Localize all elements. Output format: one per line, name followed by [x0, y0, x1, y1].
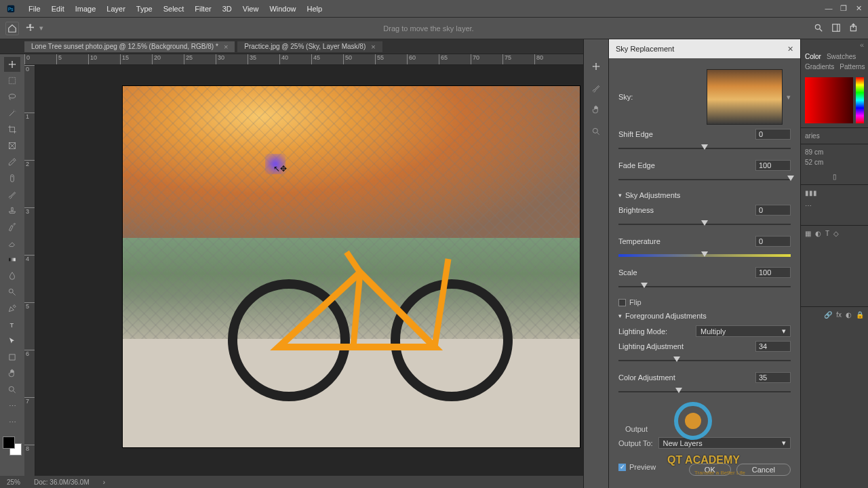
scale-input[interactable] — [755, 267, 791, 278]
more-icon[interactable]: ⋯ — [805, 202, 864, 209]
zoom-level[interactable]: 25% — [7, 479, 20, 486]
ruler-vertical[interactable]: 012345678 — [24, 65, 35, 476]
foreground-adjustments-section[interactable]: ▾Foreground Adjustments — [618, 312, 791, 320]
close-icon[interactable]: ✕ — [787, 45, 793, 54]
frame-tool[interactable] — [4, 138, 20, 153]
histogram-icon[interactable]: ▮▮▮ — [805, 189, 817, 197]
type-tool[interactable]: T — [4, 317, 20, 332]
ok-button[interactable]: OK — [689, 464, 731, 476]
sky-hand-tool-icon[interactable] — [589, 103, 603, 117]
color-swatches[interactable] — [3, 436, 22, 455]
search-icon[interactable] — [814, 23, 823, 34]
sky-preset-thumbnail[interactable] — [707, 69, 783, 125]
lighting-adjustment-input[interactable] — [755, 341, 791, 352]
fade-edge-input[interactable] — [755, 160, 791, 171]
more-icon[interactable]: ⋯ — [4, 399, 20, 413]
brush-tool[interactable] — [4, 187, 20, 202]
edit-toolbar-icon[interactable]: ⋯ — [4, 415, 20, 430]
chevron-down-icon[interactable]: ▾ — [787, 93, 791, 102]
sky-zoom-tool-icon[interactable] — [589, 125, 603, 138]
close-button[interactable]: ✕ — [852, 3, 865, 14]
cancel-button[interactable]: Cancel — [736, 464, 791, 476]
ruler-horizontal[interactable]: 05101520253035404550556065707580 — [24, 54, 583, 65]
menu-file[interactable]: File — [23, 5, 46, 13]
temperature-input[interactable] — [755, 236, 791, 247]
sky-brush-tool-icon[interactable] — [589, 81, 603, 95]
foreground-color[interactable] — [3, 436, 15, 449]
minimize-button[interactable]: — — [822, 3, 835, 14]
healing-brush-tool[interactable] — [4, 171, 20, 186]
output-to-select[interactable]: New Layers▾ — [658, 437, 791, 449]
color-field[interactable] — [805, 77, 853, 123]
chevron-right-icon[interactable]: › — [103, 479, 105, 486]
tab-practice[interactable]: Practice.jpg @ 25% (Sky, Layer Mask/8) × — [237, 41, 382, 52]
lighting-mode-select[interactable]: Multiply▾ — [696, 325, 791, 337]
orientation-icon[interactable]: ▯ — [805, 173, 864, 180]
document-image[interactable]: ↖✥ — [122, 85, 580, 448]
tab-lone-tree[interactable]: Lone Tree sunset photo.jpeg @ 12.5% (Bac… — [24, 41, 235, 52]
flip-checkbox[interactable] — [618, 299, 626, 306]
home-button[interactable] — [5, 22, 19, 35]
tab-gradients[interactable]: Gradients — [805, 63, 834, 70]
sky-move-tool-icon[interactable] — [589, 60, 603, 73]
dodge-tool[interactable] — [4, 285, 20, 300]
marquee-tool[interactable] — [4, 73, 20, 88]
preview-checkbox[interactable]: ✓ — [618, 464, 626, 471]
fx-icon[interactable]: fx — [836, 311, 842, 319]
close-icon[interactable]: × — [371, 43, 375, 51]
pen-tool[interactable] — [4, 301, 20, 316]
gradient-tool[interactable] — [4, 252, 20, 267]
shape-tool[interactable] — [4, 350, 20, 365]
history-brush-tool[interactable] — [4, 220, 20, 235]
layer-filter-icon[interactable]: ◇ — [833, 230, 839, 237]
clone-stamp-tool[interactable] — [4, 203, 20, 218]
layer-filter-icon[interactable]: ▦ — [805, 230, 811, 237]
close-icon[interactable]: × — [224, 43, 228, 51]
menu-3d[interactable]: 3D — [217, 5, 237, 13]
layer-filter-icon[interactable]: ◐ — [815, 230, 821, 237]
brightness-slider[interactable] — [618, 220, 791, 230]
hue-strip[interactable] — [856, 77, 864, 123]
move-tool[interactable] — [4, 57, 20, 72]
layers-panel[interactable]: ▦ ◐ T ◇ — [801, 225, 868, 306]
menu-filter[interactable]: Filter — [189, 5, 216, 13]
shift-edge-slider[interactable] — [618, 144, 791, 155]
maximize-button[interactable]: ❐ — [837, 3, 850, 14]
layer-filter-icon[interactable]: T — [825, 230, 829, 237]
sky-adjustments-section[interactable]: ▾Sky Adjustments — [618, 191, 791, 199]
eraser-tool[interactable] — [4, 236, 20, 251]
menu-help[interactable]: Help — [302, 5, 328, 13]
tab-swatches[interactable]: Swatches — [827, 53, 856, 60]
mask-icon[interactable]: ◐ — [846, 311, 852, 319]
menu-image[interactable]: Image — [70, 5, 102, 13]
path-selection-tool[interactable] — [4, 333, 20, 348]
tab-patterns[interactable]: Patterns — [840, 63, 865, 70]
brightness-input[interactable] — [755, 205, 791, 216]
zoom-tool[interactable] — [4, 382, 20, 397]
dialog-header[interactable]: Sky Replacement ✕ — [609, 39, 800, 58]
doc-size[interactable]: Doc: 36.0M/36.0M — [34, 479, 90, 486]
shift-edge-input[interactable] — [755, 129, 791, 140]
collapse-icon[interactable]: « — [801, 39, 868, 50]
blur-tool[interactable] — [4, 268, 20, 283]
workspace-icon[interactable] — [831, 23, 841, 34]
menu-window[interactable]: Window — [264, 5, 301, 13]
libraries-panel[interactable]: aries — [801, 127, 868, 144]
eyedropper-tool[interactable] — [4, 155, 20, 169]
link-icon[interactable]: 🔗 — [824, 311, 832, 319]
lasso-tool[interactable] — [4, 89, 20, 104]
crop-tool[interactable] — [4, 122, 20, 137]
menu-edit[interactable]: Edit — [46, 5, 70, 13]
lock-icon[interactable]: 🔒 — [856, 311, 864, 319]
tab-color[interactable]: Color — [805, 53, 821, 60]
lighting-adjustment-slider[interactable] — [618, 356, 791, 367]
color-adjustment-input[interactable] — [755, 372, 791, 383]
fade-edge-slider[interactable] — [618, 175, 791, 186]
color-adjustment-slider[interactable] — [618, 387, 791, 398]
color-picker[interactable] — [801, 73, 868, 127]
menu-view[interactable]: View — [237, 5, 264, 13]
menu-type[interactable]: Type — [131, 5, 158, 13]
hand-tool[interactable] — [4, 366, 20, 381]
adjustments-panel[interactable]: ▮▮▮ ⋯ — [801, 184, 868, 225]
move-tool-icon[interactable] — [26, 23, 35, 34]
